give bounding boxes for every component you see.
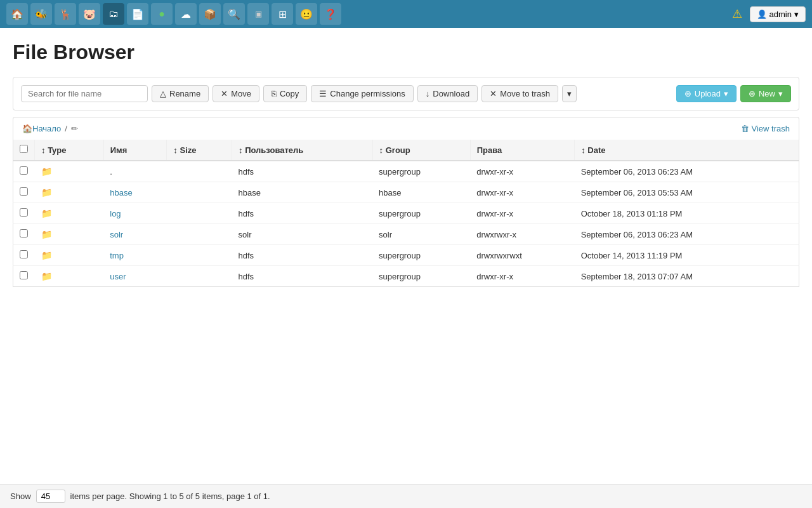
- breadcrumb-separator: /: [65, 124, 67, 133]
- row-type: 📁: [35, 224, 104, 245]
- row-checkbox[interactable]: [20, 208, 28, 217]
- row-date: September 06, 2013 06:23 AM: [575, 224, 799, 245]
- breadcrumb-edit-icon[interactable]: ✏: [71, 124, 78, 133]
- new-dropdown-icon: ▾: [778, 89, 783, 98]
- col-permissions-header[interactable]: Права: [470, 140, 574, 161]
- row-name[interactable]: .: [103, 161, 167, 182]
- file-link[interactable]: tmp: [110, 251, 124, 260]
- row-checkbox-cell: [13, 224, 35, 245]
- admin-button[interactable]: 👤 admin ▾: [750, 6, 806, 22]
- table-row: 📁 hbase hbase hbase drwxr-xr-x September…: [13, 182, 799, 203]
- download-button[interactable]: ↓ Download: [417, 85, 478, 102]
- copy-icon: ⎘: [272, 89, 277, 98]
- col-user-header[interactable]: ↕ Пользователь: [232, 140, 373, 161]
- select-all-checkbox[interactable]: [20, 145, 28, 153]
- row-size: [167, 266, 232, 287]
- rename-button[interactable]: △ Rename: [152, 85, 209, 102]
- view-trash-icon: 🗑: [741, 124, 749, 133]
- move-to-trash-button[interactable]: ✕ Move to trash: [481, 85, 558, 102]
- file-link[interactable]: hbase: [110, 188, 132, 197]
- col-date-header[interactable]: ↕ Date: [575, 140, 799, 161]
- row-user: hdfs: [232, 203, 373, 224]
- table-row: 📁 user hdfs supergroup drwxr-xr-x Septem…: [13, 266, 799, 287]
- row-checkbox-cell: [13, 203, 35, 224]
- filebrowser-icon[interactable]: 🗂: [103, 3, 124, 25]
- change-permissions-button[interactable]: ☰ Change permissions: [311, 85, 414, 102]
- row-checkbox[interactable]: [20, 187, 28, 196]
- permissions-icon: ☰: [319, 89, 327, 98]
- col-size-header[interactable]: ↕ Size: [167, 140, 232, 161]
- home-icon[interactable]: 🏠: [6, 3, 28, 25]
- box-icon[interactable]: 📦: [199, 3, 221, 25]
- folder-icon: 📁: [41, 250, 52, 260]
- circle-icon[interactable]: ●: [151, 3, 173, 25]
- row-name[interactable]: hbase: [103, 182, 167, 203]
- row-name[interactable]: tmp: [103, 245, 167, 266]
- bee-icon[interactable]: 🐝: [30, 3, 52, 25]
- admin-label: admin: [769, 10, 792, 19]
- col-checkbox[interactable]: [13, 140, 35, 161]
- row-checkbox[interactable]: [20, 271, 28, 279]
- search-icon[interactable]: 🔍: [223, 3, 245, 25]
- file-link[interactable]: log: [110, 209, 121, 218]
- row-checkbox-cell: [13, 161, 35, 182]
- search-input[interactable]: [21, 85, 148, 102]
- row-name[interactable]: solr: [103, 224, 167, 245]
- view-trash-link[interactable]: 🗑 View trash: [741, 124, 790, 133]
- row-user: hbase: [232, 182, 373, 203]
- row-group: supergroup: [372, 266, 470, 287]
- col-name-header[interactable]: Имя: [103, 140, 167, 161]
- deer-icon[interactable]: 🦌: [55, 3, 76, 25]
- row-size: [167, 245, 232, 266]
- topnav: 🏠 🐝 🦌 🐷 🗂 📄 ● ☁ 📦 🔍 ▣ ⊞ 😐 ❓ ⚠ 👤 admin ▾: [0, 0, 812, 28]
- download-icon: ↓: [426, 89, 430, 98]
- row-checkbox-cell: [13, 266, 35, 287]
- row-name[interactable]: log: [103, 203, 167, 224]
- row-user: solr: [232, 224, 373, 245]
- breadcrumb-home-link[interactable]: Начало: [32, 124, 61, 133]
- grid-icon[interactable]: ⊞: [272, 3, 293, 25]
- page-content: File Browser △ Rename ✕ Move ⎘ Copy ☰ Ch…: [0, 28, 812, 287]
- user-icon: 👤: [757, 10, 767, 19]
- cloud-icon[interactable]: ☁: [175, 3, 197, 25]
- col-type-header[interactable]: ↕ Type: [35, 140, 104, 161]
- toolbar: △ Rename ✕ Move ⎘ Copy ☰ Change permissi…: [13, 77, 799, 110]
- row-permissions: drwxr-xr-x: [470, 266, 574, 287]
- file-link[interactable]: user: [110, 272, 126, 281]
- col-group-header[interactable]: ↕ Group: [372, 140, 470, 161]
- row-date: September 06, 2013 06:23 AM: [575, 161, 799, 182]
- help-icon[interactable]: ❓: [320, 3, 341, 25]
- row-user: hdfs: [232, 266, 373, 287]
- pig-icon[interactable]: 🐷: [79, 3, 100, 25]
- admin-dropdown-icon: ▾: [794, 10, 799, 19]
- upload-button[interactable]: ⊕ Upload ▾: [676, 85, 737, 102]
- row-type: 📁: [35, 182, 104, 203]
- file-link[interactable]: solr: [110, 230, 123, 239]
- terminal-icon[interactable]: ▣: [247, 3, 269, 25]
- row-name[interactable]: user: [103, 266, 167, 287]
- upload-icon: ⊕: [684, 89, 691, 98]
- row-checkbox[interactable]: [20, 166, 28, 175]
- face-icon[interactable]: 😐: [296, 3, 317, 25]
- move-button[interactable]: ✕ Move: [213, 85, 259, 102]
- trash-icon: ✕: [490, 89, 497, 98]
- row-permissions: drwxrwxrwxt: [470, 245, 574, 266]
- row-date: October 14, 2013 11:19 PM: [575, 245, 799, 266]
- row-type: 📁: [35, 203, 104, 224]
- row-checkbox[interactable]: [20, 250, 28, 258]
- table-row: 📁 solr solr solr drwxrwxr-x September 06…: [13, 224, 799, 245]
- folder-icon: 📁: [41, 208, 52, 218]
- folder-icon: 📁: [41, 229, 52, 239]
- row-size: [167, 182, 232, 203]
- copy-button[interactable]: ⎘ Copy: [263, 85, 307, 102]
- new-button[interactable]: ⊕ New ▾: [740, 85, 791, 102]
- row-group: supergroup: [372, 245, 470, 266]
- row-checkbox[interactable]: [20, 229, 28, 237]
- row-user: hdfs: [232, 245, 373, 266]
- more-actions-button[interactable]: ▾: [562, 85, 577, 102]
- upload-dropdown-icon: ▾: [724, 89, 728, 98]
- warning-icon: ⚠: [732, 7, 742, 21]
- row-group: supergroup: [372, 161, 470, 182]
- document-icon[interactable]: 📄: [127, 3, 148, 25]
- file-table: ↕ Type Имя ↕ Size ↕ Пользователь ↕ Group: [13, 140, 799, 287]
